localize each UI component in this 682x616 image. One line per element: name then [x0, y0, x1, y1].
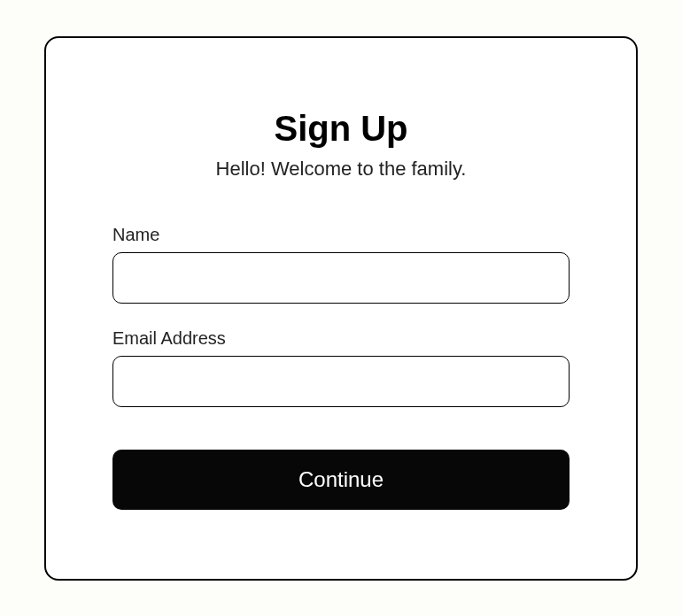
- page-subtitle: Hello! Welcome to the family.: [112, 158, 570, 181]
- signup-header: Sign Up Hello! Welcome to the family.: [112, 109, 570, 181]
- signup-card: Sign Up Hello! Welcome to the family. Na…: [44, 36, 638, 581]
- name-input[interactable]: [112, 252, 570, 304]
- continue-button[interactable]: Continue: [112, 450, 570, 510]
- email-field-group: Email Address: [112, 328, 570, 407]
- email-input[interactable]: [112, 356, 570, 407]
- email-label: Email Address: [112, 328, 570, 349]
- name-label: Name: [112, 225, 570, 245]
- name-field-group: Name: [112, 225, 570, 304]
- page-title: Sign Up: [112, 109, 570, 149]
